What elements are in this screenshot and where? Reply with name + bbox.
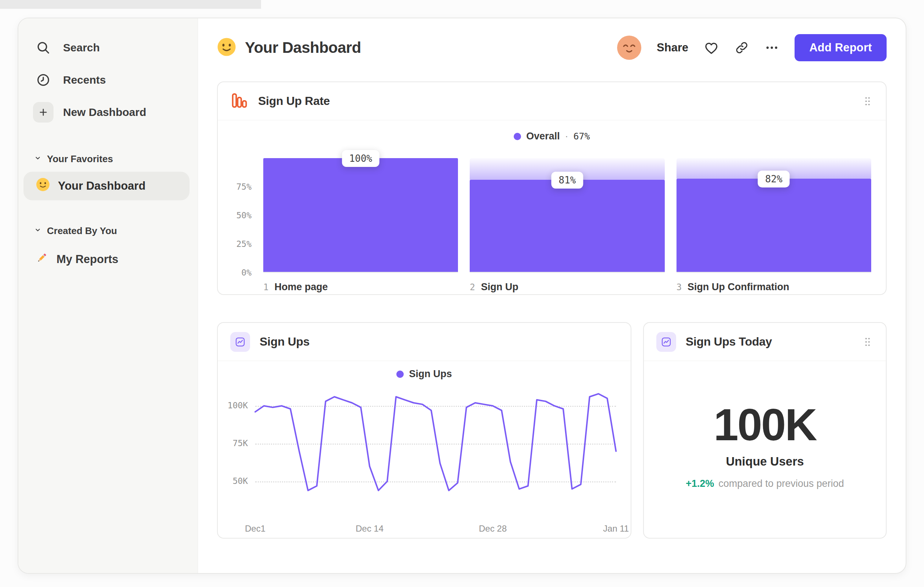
chevron-down-icon (34, 225, 42, 236)
funnel-bar: 81% (470, 158, 664, 273)
line-chart-icon (230, 332, 250, 352)
signup-rate-card-header: Sign Up Rate (218, 82, 886, 120)
funnel-value-tag: 82% (758, 170, 790, 187)
add-report-button[interactable]: Add Report (795, 34, 887, 61)
delta-value: +1.2% (686, 478, 714, 489)
section-header-label: Your Favorites (47, 153, 113, 165)
sidebar-item-search[interactable]: Search (18, 31, 198, 64)
sidebar-item-label: Recents (63, 74, 106, 86)
step-name: Sign Up (481, 281, 518, 293)
funnel-value-tag: 81% (551, 172, 583, 189)
card-title: Sign Ups Today (686, 335, 772, 349)
window-edge-artifact (0, 0, 261, 9)
clock-icon (33, 73, 54, 87)
search-icon (33, 40, 54, 55)
y-axis-tick: 100K (218, 401, 248, 410)
funnel-step-label: 3 Sign Up Confirmation (676, 281, 871, 293)
funnel-value-tag: 100% (342, 150, 380, 167)
line-chart-icon (656, 332, 676, 352)
funnel-step-sign-up-confirmation[interactable]: 82% 3 Sign Up Confirmation (676, 158, 871, 293)
signups-today-card: Sign Ups Today 100K Unique Users +1.2% c… (643, 322, 887, 539)
signups-legend[interactable]: Sign Ups (396, 368, 452, 380)
step-number: 2 (470, 282, 475, 293)
x-axis-tick: Dec 28 (479, 524, 507, 534)
favorite-heart-button[interactable] (704, 40, 719, 55)
funnel-bar: 82% (676, 158, 871, 273)
funnel-step-home-page[interactable]: 100% 1 Home page (263, 158, 458, 293)
sidebar-item-label: New Dashboard (63, 106, 146, 119)
signups-card: Sign Ups Sign Ups 100K75K50K Dec1Dec 14D… (217, 322, 631, 539)
legend-label: Overall (526, 131, 560, 142)
funnel-chart: 75%50%25%0% 100% 1 Home page (227, 158, 871, 293)
sidebar-section-created: Created By You My Reports (18, 219, 198, 274)
drag-handle-icon[interactable] (864, 96, 871, 106)
funnel-bar: 100% (263, 158, 458, 273)
y-axis-tick: 75K (218, 438, 248, 448)
created-section-header[interactable]: Created By You (18, 219, 198, 242)
funnel-step-label: 2 Sign Up (470, 281, 664, 293)
card-title: Sign Ups (260, 335, 309, 349)
metric-value: 100K (714, 402, 816, 447)
signups-line-chart[interactable]: 100K75K50K (255, 390, 616, 518)
sidebar-item-label: My Reports (56, 253, 119, 266)
sidebar-item-recents[interactable]: Recents (18, 64, 198, 96)
sidebar-item-my-reports[interactable]: My Reports (18, 245, 198, 274)
step-number: 3 (676, 282, 681, 293)
page-title: Your Dashboard (245, 39, 361, 56)
smiley-emoji-icon (217, 37, 236, 58)
sidebar-item-new-dashboard[interactable]: New Dashboard (18, 96, 198, 128)
sidebar-item-label: Search (63, 41, 100, 54)
drag-handle-icon[interactable] (864, 337, 871, 347)
metric-delta-row: +1.2% compared to previous period (686, 478, 844, 489)
smiley-emoji-icon (36, 178, 50, 194)
x-axis-tick: Dec1 (245, 524, 266, 534)
pencil-icon (35, 251, 48, 268)
funnel-y-tick: 25% (236, 239, 252, 249)
funnel-step-sign-up[interactable]: 81% 2 Sign Up (470, 158, 664, 293)
x-axis-tick: Dec 14 (356, 524, 384, 534)
legend-separator: · (565, 131, 568, 142)
chevron-down-icon (34, 153, 42, 165)
funnel-bar-fill (676, 179, 871, 272)
today-card-body: 100K Unique Users +1.2% compared to prev… (644, 354, 886, 538)
sidebar-item-label: Your Dashboard (58, 179, 145, 193)
share-button[interactable]: Share (657, 41, 688, 54)
step-name: Home page (274, 281, 328, 293)
sidebar: Search Recents New Dashboard Your Favori… (18, 18, 198, 573)
step-number: 1 (263, 282, 268, 293)
funnel-y-tick: 75% (236, 182, 252, 192)
metric-subtitle: Unique Users (726, 455, 804, 468)
signups-line-svg (255, 390, 616, 518)
plus-icon (33, 102, 54, 122)
signups-card-header: Sign Ups (218, 323, 631, 361)
section-header-label: Created By You (47, 225, 117, 236)
signups-x-axis: Dec1Dec 14Dec 28Jan 11 (255, 524, 616, 537)
main-content: Your Dashboard Share Add Report (198, 18, 906, 573)
signup-rate-card: Sign Up Rate Overall · 67% 75%50%25%0% 1… (217, 81, 887, 295)
step-name: Sign Up Confirmation (688, 281, 789, 293)
copy-link-button[interactable] (734, 40, 749, 55)
favorites-section-header[interactable]: Your Favorites (18, 147, 198, 170)
card-title: Sign Up Rate (258, 94, 330, 108)
sidebar-section-favorites: Your Favorites Your Dashboard (18, 147, 198, 200)
funnel-bars-icon (230, 91, 249, 111)
more-options-button[interactable] (764, 40, 779, 55)
legend-value: 67% (573, 131, 590, 142)
plus-tile (33, 102, 54, 122)
funnel-bar-fill (263, 158, 458, 272)
funnel-step-label: 1 Home page (263, 281, 458, 293)
sidebar-item-your-dashboard[interactable]: Your Dashboard (23, 172, 190, 200)
funnel-legend[interactable]: Overall · 67% (514, 131, 590, 142)
funnel-y-tick: 50% (236, 210, 252, 220)
legend-dot (514, 133, 521, 140)
funnel-y-tick: 0% (241, 268, 252, 278)
dashboard-header: Your Dashboard Share Add Report (217, 32, 887, 63)
legend-label: Sign Ups (409, 368, 452, 380)
delta-caption: compared to previous period (719, 478, 844, 489)
funnel-y-axis: 75%50%25%0% (227, 158, 252, 273)
avatar[interactable] (617, 36, 641, 60)
legend-dot (396, 370, 404, 378)
app-window: Search Recents New Dashboard Your Favori… (18, 18, 906, 574)
funnel-bar-fill (470, 180, 664, 272)
x-axis-tick: Jan 11 (603, 524, 629, 534)
